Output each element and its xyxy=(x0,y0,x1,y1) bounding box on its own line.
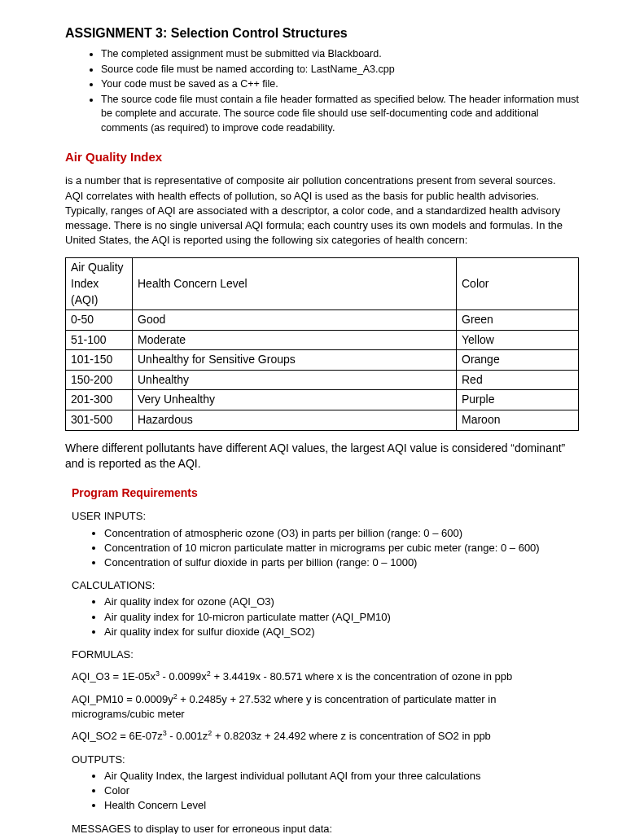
table-row: 201-300 Very Unhealthy Purple xyxy=(66,390,579,410)
aqi-paragraph: is a number that is representative of co… xyxy=(65,173,574,248)
table-row: 150-200 Unhealthy Red xyxy=(66,370,579,390)
formula-text: AQI_PM10 = 0.0009y xyxy=(72,693,173,705)
table-cell: 201-300 xyxy=(66,390,133,410)
formula-text: - 0.0099x xyxy=(160,670,207,683)
table-cell: Yellow xyxy=(457,330,579,350)
table-row: 301-500 Hazardous Maroon xyxy=(66,410,579,431)
list-item: Air quality index for 10-micron particul… xyxy=(104,610,579,625)
calculations-label: CALCULATIONS: xyxy=(72,578,579,593)
table-cell: 51-100 xyxy=(66,330,133,350)
table-cell: Unhealthy for Sensitive Groups xyxy=(133,350,457,371)
table-row: 51-100 Moderate Yellow xyxy=(66,330,579,350)
formula-text: AQI_SO2 = 6E-07z xyxy=(72,731,163,743)
formula-pm10: AQI_PM10 = 0.0009y2 + 0.2485y + 27.532 w… xyxy=(72,691,579,722)
list-item: Air Quality Index, the largest individua… xyxy=(104,769,579,784)
aqi-table: Air Quality Index (AQI) Health Concern L… xyxy=(65,257,579,430)
list-item: Concentration of sulfur dioxide in parts… xyxy=(104,555,579,570)
formula-o3: AQI_O3 = 1E-05x3 - 0.0099x2 + 3.4419x - … xyxy=(72,669,579,685)
formulas-label: FORMULAS: xyxy=(72,647,579,662)
list-item: Color xyxy=(104,784,579,798)
list-item: The source code file must contain a file… xyxy=(101,93,579,136)
formula-so2: AQI_SO2 = 6E-07z3 - 0.001z2 + 0.8203z + … xyxy=(72,728,579,744)
table-cell: 101-150 xyxy=(66,350,133,371)
list-item: Concentration of atmospheric ozone (O3) … xyxy=(104,526,579,541)
assignment-title: ASSIGNMENT 3: Selection Control Structur… xyxy=(65,24,579,42)
table-row: 101-150 Unhealthy for Sensitive Groups O… xyxy=(66,350,579,371)
user-inputs-label: USER INPUTS: xyxy=(72,509,579,524)
dominant-note: Where different pollutants have differen… xyxy=(65,441,579,472)
table-cell: Unhealthy xyxy=(133,370,457,390)
table-header-cell: Health Concern Level xyxy=(133,258,457,310)
list-item: Source code file must be named according… xyxy=(101,63,579,77)
table-cell: Purple xyxy=(457,390,579,410)
table-cell: Maroon xyxy=(457,410,579,431)
outputs-list: Air Quality Index, the largest individua… xyxy=(104,769,579,814)
user-inputs-list: Concentration of atmospheric ozone (O3) … xyxy=(104,526,579,571)
table-cell: 301-500 xyxy=(66,410,133,431)
table-cell: Hazardous xyxy=(133,410,457,431)
intro-bullets: The completed assignment must be submitt… xyxy=(101,47,579,135)
list-item: Concentration of 10 micron particulate m… xyxy=(104,541,579,555)
table-cell: 150-200 xyxy=(66,370,133,390)
table-cell: Red xyxy=(457,370,579,390)
formula-text: - 0.001z xyxy=(167,731,208,743)
table-cell: Very Unhealthy xyxy=(133,390,457,410)
table-cell: 0-50 xyxy=(66,310,133,331)
formula-text: + 3.4419x - 80.571 where x is the concen… xyxy=(211,670,512,683)
list-item: Air quality index for sulfur dioxide (AQ… xyxy=(104,625,579,639)
program-requirements-heading: Program Requirements xyxy=(72,485,579,502)
table-header-cell: Color xyxy=(457,258,579,310)
list-item: Air quality index for ozone (AQI_O3) xyxy=(104,595,579,609)
formula-text: + 0.8203z + 24.492 where z is concentrat… xyxy=(212,731,491,743)
table-cell: Good xyxy=(133,310,457,331)
table-cell: Moderate xyxy=(133,330,457,350)
calculations-list: Air quality index for ozone (AQI_O3) Air… xyxy=(104,595,579,639)
list-item: Health Concern Level xyxy=(104,798,579,813)
formula-text: AQI_O3 = 1E-05x xyxy=(72,670,156,683)
list-item: Your code must be saved as a C++ file. xyxy=(101,77,579,92)
table-header-row: Air Quality Index (AQI) Health Concern L… xyxy=(66,258,579,310)
table-header-cell: Air Quality Index (AQI) xyxy=(66,258,133,310)
outputs-label: OUTPUTS: xyxy=(72,753,579,767)
table-row: 0-50 Good Green xyxy=(66,310,579,331)
messages-label: MESSAGES to display to user for erroneou… xyxy=(72,822,579,834)
table-cell: Orange xyxy=(457,350,579,371)
table-cell: Green xyxy=(457,310,579,331)
aqi-heading: Air Quality Index xyxy=(65,148,579,165)
list-item: The completed assignment must be submitt… xyxy=(101,47,579,62)
